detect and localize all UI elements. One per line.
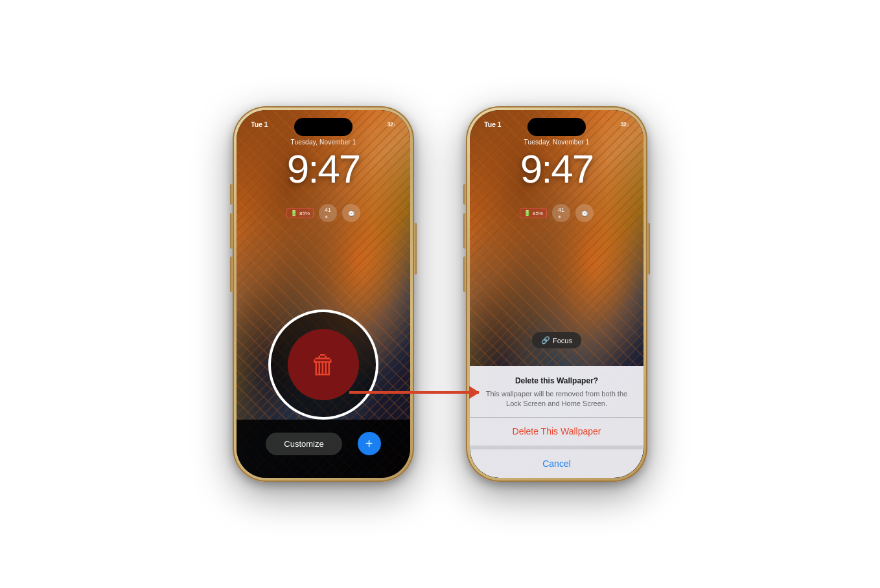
status-signal-2: 32↓ <box>620 121 629 128</box>
status-signal-1: 32↓ <box>387 121 396 128</box>
battery-icon-2: 🔋 <box>524 210 531 216</box>
temp-text-1: 41❄ <box>325 207 331 220</box>
volume-up-button-2 <box>463 213 466 249</box>
dynamic-island-2 <box>527 118 586 136</box>
delete-wallpaper-button[interactable]: Delete This Wallpaper <box>470 417 643 446</box>
widgets-row-2: 🔋 85% 41❄ ⌚ <box>470 204 643 222</box>
action-sheet-title: Delete this Wallpaper? <box>470 366 643 389</box>
trash-circle-inner[interactable]: 🗑 <box>288 329 359 400</box>
watch-icon-1: ⌚ <box>347 210 355 217</box>
widgets-row-1: 🔋 85% 41❄ ⌚ <box>237 204 410 222</box>
volume-down-button <box>230 256 233 292</box>
battery-icon-1: 🔋 <box>290 210 297 216</box>
lock-clock-2: 9:47 <box>470 146 643 192</box>
cancel-button[interactable]: Cancel <box>470 449 643 478</box>
temp-widget-2: 41❄ <box>552 204 570 222</box>
lock-date-1: Tuesday, November 1 <box>237 139 410 146</box>
focus-label: Focus <box>553 337 572 345</box>
focus-link-icon: 🔗 <box>541 336 550 345</box>
iphone-2: Tue 1 32↓ Tuesday, November 1 9:47 🔋 85%… <box>466 106 647 482</box>
volume-up-button <box>230 213 233 249</box>
trash-overlay[interactable]: 🗑 <box>268 310 378 420</box>
scene: Tue 1 32↓ Tuesday, November 1 9:47 🔋 85%… <box>0 0 880 588</box>
temp-widget-1: 41❄ <box>319 204 337 222</box>
add-wallpaper-button[interactable]: + <box>358 432 381 455</box>
battery-pct-2: 85% <box>533 210 543 216</box>
lock-date-2: Tuesday, November 1 <box>470 139 643 146</box>
power-button-2 <box>647 223 650 275</box>
watch-widget-1: ⌚ <box>342 204 360 222</box>
iphone-1-screen: Tue 1 32↓ Tuesday, November 1 9:47 🔋 85%… <box>237 110 410 478</box>
trash-circle-outer[interactable]: 🗑 <box>268 310 378 420</box>
status-time-2: Tue 1 <box>484 120 501 128</box>
trash-icon[interactable]: 🗑 <box>310 350 336 379</box>
dynamic-island <box>294 118 353 136</box>
status-time-1: Tue 1 <box>251 120 268 128</box>
action-sheet-subtitle: This wallpaper will be removed from both… <box>470 389 643 417</box>
volume-down-button-2 <box>463 256 466 292</box>
lock-clock-1: 9:47 <box>237 146 410 192</box>
bottom-bar-1: Customize + <box>237 420 410 478</box>
action-sheet: Delete this Wallpaper? This wallpaper wi… <box>470 366 643 478</box>
arrow-container <box>349 391 479 394</box>
power-button <box>414 223 417 275</box>
mute-button-2 <box>463 184 466 205</box>
mute-button <box>230 184 233 205</box>
customize-button[interactable]: Customize <box>266 433 342 455</box>
iphone-2-inner: Tue 1 32↓ Tuesday, November 1 9:47 🔋 85%… <box>470 110 643 478</box>
watch-icon-2: ⌚ <box>581 210 588 217</box>
temp-text-2: 41❄ <box>558 207 564 220</box>
iphone-1: Tue 1 32↓ Tuesday, November 1 9:47 🔋 85%… <box>233 106 414 482</box>
focus-badge: 🔗 Focus <box>532 332 581 348</box>
arrow-shaft <box>349 391 479 394</box>
battery-pct-1: 85% <box>299 210 310 216</box>
watch-widget-2: ⌚ <box>575 204 594 222</box>
battery-widget-2: 🔋 85% <box>520 208 547 218</box>
battery-widget-1: 🔋 85% <box>286 208 314 218</box>
iphone-2-screen: Tue 1 32↓ Tuesday, November 1 9:47 🔋 85%… <box>470 110 643 478</box>
iphone-1-inner: Tue 1 32↓ Tuesday, November 1 9:47 🔋 85%… <box>237 110 410 478</box>
